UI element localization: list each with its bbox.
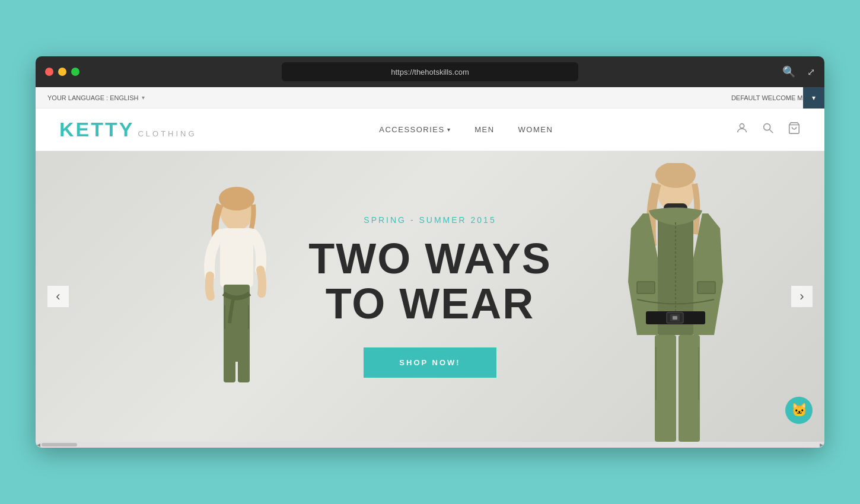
chat-icon: 🐱 [791, 403, 807, 418]
scrollbar-thumb[interactable] [42, 443, 77, 446]
search-icon[interactable]: 🔍 [782, 65, 795, 78]
svg-rect-20 [673, 316, 677, 320]
accessories-chevron: ▾ [447, 126, 451, 133]
prev-icon: ‹ [56, 289, 60, 304]
top-bar: YOUR LANGUAGE : ENGLISH ▾ DEFAULT WELCOM… [36, 87, 824, 109]
close-button[interactable] [45, 68, 53, 76]
cart-icon[interactable] [788, 122, 801, 138]
main-nav: ACCESSORIES ▾ MEN WOMEN [197, 125, 735, 134]
hero-title-line1: TWO WAYS [308, 237, 551, 282]
svg-line-2 [770, 130, 773, 133]
nav-women-label: WOMEN [518, 125, 553, 134]
header-actions [735, 122, 801, 138]
svg-point-5 [219, 187, 254, 210]
logo-sub: CLOTHING [138, 129, 196, 138]
traffic-lights [45, 68, 79, 76]
welcome-message: DEFAULT WELCOME MS... [731, 94, 813, 101]
corner-icon: ▾ [812, 94, 816, 102]
svg-point-0 [740, 124, 744, 128]
url-text: https://thehotskills.com [391, 68, 469, 76]
corner-widget[interactable]: ▾ [803, 87, 824, 109]
account-icon[interactable] [735, 122, 748, 138]
browser-titlebar: https://thehotskills.com 🔍 ⤢ [36, 56, 824, 87]
carousel-prev[interactable]: ‹ [47, 286, 69, 307]
minimize-button[interactable] [58, 68, 66, 76]
chat-widget[interactable]: 🐱 [785, 397, 813, 424]
svg-rect-21 [655, 335, 676, 442]
svg-point-1 [764, 124, 770, 130]
nav-women[interactable]: WOMEN [518, 125, 553, 134]
search-icon[interactable] [762, 122, 775, 138]
svg-rect-8 [224, 329, 235, 382]
shop-now-button[interactable]: SHOP NOW! [364, 347, 496, 378]
hero-banner: ‹ SPRING - SUMMER 2015 TWO WAYS TO WEAR … [36, 151, 824, 442]
scrollbar[interactable]: ◀ ▶ [36, 442, 824, 448]
hero-subtitle: SPRING - SUMMER 2015 [308, 215, 551, 225]
scroll-right-arrow[interactable]: ▶ [820, 442, 823, 448]
svg-rect-26 [637, 282, 655, 294]
hero-title: TWO WAYS TO WEAR [308, 237, 551, 326]
carousel-next[interactable]: › [791, 286, 813, 307]
scrollbar-track [40, 443, 820, 446]
nav-men[interactable]: MEN [474, 125, 494, 134]
website-content: YOUR LANGUAGE : ENGLISH ▾ DEFAULT WELCOM… [36, 87, 824, 442]
address-bar[interactable]: https://thehotskills.com [282, 62, 578, 81]
nav-men-label: MEN [474, 125, 494, 134]
svg-rect-9 [238, 329, 250, 382]
svg-point-13 [655, 163, 696, 188]
language-selector[interactable]: YOUR LANGUAGE : ENGLISH ▾ [47, 94, 145, 101]
model-left [177, 187, 296, 442]
hero-content: SPRING - SUMMER 2015 TWO WAYS TO WEAR SH… [308, 215, 551, 378]
svg-rect-27 [697, 282, 715, 294]
nav-accessories[interactable]: ACCESSORIES ▾ [379, 125, 451, 134]
svg-rect-22 [679, 335, 700, 442]
next-icon: › [800, 289, 804, 304]
model-right [590, 163, 762, 442]
logo-main: KETTY [59, 118, 134, 141]
fullscreen-icon[interactable]: ⤢ [807, 66, 815, 78]
header: KETTY CLOTHING ACCESSORIES ▾ MEN WOMEN [36, 109, 824, 151]
hero-title-line2: TO WEAR [308, 282, 551, 327]
language-label: YOUR LANGUAGE : ENGLISH [47, 94, 138, 101]
logo[interactable]: KETTY CLOTHING [59, 118, 197, 141]
browser-icons: 🔍 ⤢ [782, 65, 815, 78]
fullscreen-button[interactable] [71, 68, 79, 76]
svg-rect-6 [220, 228, 253, 288]
language-chevron: ▾ [142, 94, 145, 101]
browser-window: https://thehotskills.com 🔍 ⤢ YOUR LANGUA… [36, 56, 824, 448]
nav-accessories-label: ACCESSORIES [379, 125, 444, 134]
